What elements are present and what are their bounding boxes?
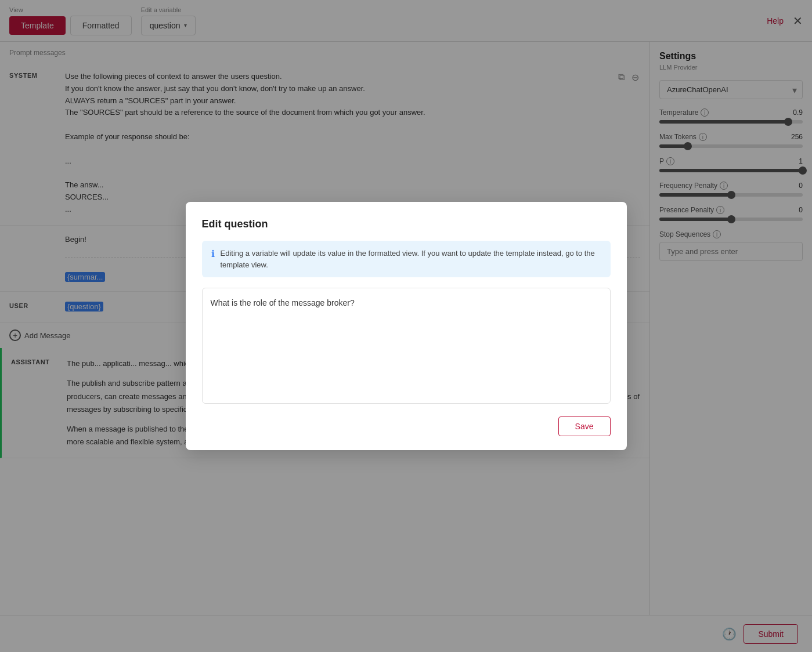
modal-overlay: Edit question ℹ Editing a variable will …: [0, 0, 812, 652]
info-banner-icon: ℹ: [211, 248, 215, 259]
modal-title: Edit question: [202, 218, 611, 230]
info-banner-text: Editing a variable will update its value…: [221, 248, 601, 270]
modal-save-button[interactable]: Save: [558, 416, 611, 436]
modal-footer: Save: [202, 416, 611, 436]
edit-question-modal: Edit question ℹ Editing a variable will …: [186, 202, 627, 450]
info-banner: ℹ Editing a variable will update its val…: [202, 241, 611, 277]
question-textarea[interactable]: What is the role of the message broker?: [202, 288, 611, 404]
